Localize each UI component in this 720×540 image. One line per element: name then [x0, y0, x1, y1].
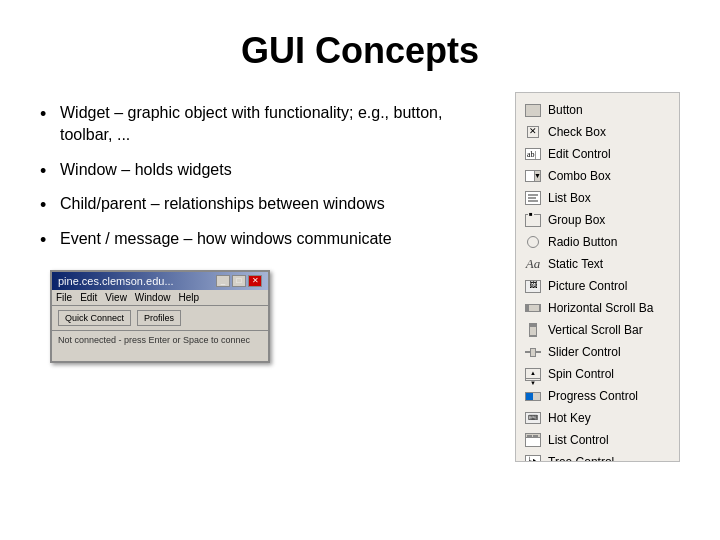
widget-item-groupbox: ■ Group Box	[516, 209, 679, 231]
fake-titlebar: pine.ces.clemson.edu... _ □ ✕	[52, 272, 268, 290]
widget-label-groupbox: Group Box	[548, 211, 605, 229]
widget-label-picturecontrol: Picture Control	[548, 277, 627, 295]
menu-edit[interactable]: Edit	[80, 292, 97, 303]
listbox-icon	[524, 190, 542, 206]
vscrollbar-icon	[524, 322, 542, 338]
widget-item-radiobutton: Radio Button	[516, 231, 679, 253]
widget-item-listcontrol: List Control	[516, 429, 679, 451]
widget-item-button: Button	[516, 99, 679, 121]
maximize-button[interactable]: □	[232, 275, 246, 287]
widget-item-listbox: List Box	[516, 187, 679, 209]
spincontrol-icon: ▲ ▼	[524, 366, 542, 382]
widget-item-checkbox: ✕ Check Box	[516, 121, 679, 143]
editcontrol-icon: ab|	[524, 146, 542, 162]
widget-item-progresscontrol: Progress Control	[516, 385, 679, 407]
menu-help[interactable]: Help	[178, 292, 199, 303]
left-panel: Widget – graphic object with functionali…	[40, 92, 495, 462]
widget-label-statictext: Static Text	[548, 255, 603, 273]
titlebar-text: pine.ces.clemson.edu...	[58, 275, 174, 287]
menu-view[interactable]: View	[105, 292, 127, 303]
widget-label-vscrollbar: Vertical Scroll Bar	[548, 321, 643, 339]
widget-list-panel: Button ✕ Check Box ab| Edit Control	[515, 92, 680, 462]
groupbox-icon: ■	[524, 212, 542, 228]
listcontrol-icon	[524, 432, 542, 448]
fake-toolbar: Quick Connect Profiles	[52, 306, 268, 331]
status-text: Not connected - press Enter or Space to …	[58, 335, 250, 345]
widget-item-slidercontrol: Slider Control	[516, 341, 679, 363]
progresscontrol-icon	[524, 388, 542, 404]
widget-label-listcontrol: List Control	[548, 431, 609, 449]
bullet-4: Event / message – how windows communicat…	[40, 228, 495, 250]
widget-item-spincontrol: ▲ ▼ Spin Control	[516, 363, 679, 385]
combobox-icon: ▼	[524, 168, 542, 184]
menu-file[interactable]: File	[56, 292, 72, 303]
content-area: Widget – graphic object with functionali…	[0, 92, 720, 462]
titlebar-buttons: _ □ ✕	[216, 275, 262, 287]
bullet-list: Widget – graphic object with functionali…	[40, 102, 495, 250]
fake-body: Not connected - press Enter or Space to …	[52, 331, 268, 361]
slide: GUI Concepts Widget – graphic object wit…	[0, 0, 720, 540]
close-button[interactable]: ✕	[248, 275, 262, 287]
screenshot-container: pine.ces.clemson.edu... _ □ ✕ File Edit …	[50, 270, 495, 363]
widget-label-editcontrol: Edit Control	[548, 145, 611, 163]
widget-label-combobox: Combo Box	[548, 167, 611, 185]
widget-label-button: Button	[548, 101, 583, 119]
widget-item-treecontrol: ├ ▸ └ ▸ Tree Control	[516, 451, 679, 462]
fake-menubar: File Edit View Window Help	[52, 290, 268, 306]
profiles-button[interactable]: Profiles	[137, 310, 181, 326]
hscrollbar-icon	[524, 300, 542, 316]
quick-connect-button[interactable]: Quick Connect	[58, 310, 131, 326]
widget-label-radiobutton: Radio Button	[548, 233, 617, 251]
widget-item-vscrollbar: Vertical Scroll Bar	[516, 319, 679, 341]
picturecontrol-icon: 🖼	[524, 278, 542, 294]
widget-item-editcontrol: ab| Edit Control	[516, 143, 679, 165]
statictext-icon: Aa	[524, 256, 542, 272]
widget-label-progresscontrol: Progress Control	[548, 387, 638, 405]
fake-window: pine.ces.clemson.edu... _ □ ✕ File Edit …	[50, 270, 270, 363]
widget-label-checkbox: Check Box	[548, 123, 606, 141]
minimize-button[interactable]: _	[216, 275, 230, 287]
widget-label-listbox: List Box	[548, 189, 591, 207]
slide-title: GUI Concepts	[0, 0, 720, 92]
menu-window[interactable]: Window	[135, 292, 171, 303]
widget-item-picturecontrol: 🖼 Picture Control	[516, 275, 679, 297]
slidercontrol-icon	[524, 344, 542, 360]
widget-item-hscrollbar: Horizontal Scroll Ba	[516, 297, 679, 319]
widget-item-statictext: Aa Static Text	[516, 253, 679, 275]
widget-label-hscrollbar: Horizontal Scroll Ba	[548, 299, 653, 317]
widget-item-hotkey: ⌨ Hot Key	[516, 407, 679, 429]
widget-item-combobox: ▼ Combo Box	[516, 165, 679, 187]
widget-label-treecontrol: Tree Control	[548, 453, 614, 462]
radiobutton-icon	[524, 234, 542, 250]
hotkey-icon: ⌨	[524, 410, 542, 426]
widget-label-spincontrol: Spin Control	[548, 365, 614, 383]
bullet-3: Child/parent – relationships between win…	[40, 193, 495, 215]
widget-label-hotkey: Hot Key	[548, 409, 591, 427]
bullet-1: Widget – graphic object with functionali…	[40, 102, 495, 147]
widget-label-slidercontrol: Slider Control	[548, 343, 621, 361]
treecontrol-icon: ├ ▸ └ ▸	[524, 454, 542, 462]
bullet-2: Window – holds widgets	[40, 159, 495, 181]
checkbox-icon: ✕	[524, 124, 542, 140]
button-icon	[524, 102, 542, 118]
